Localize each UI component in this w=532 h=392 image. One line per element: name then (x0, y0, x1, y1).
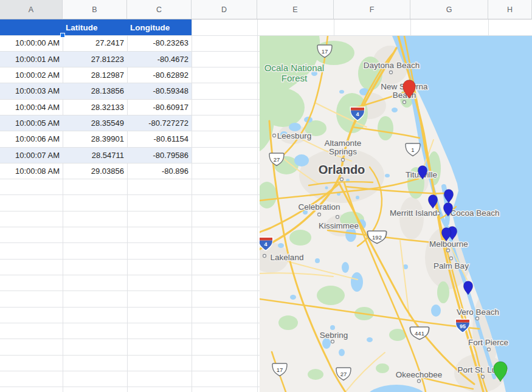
city-dot (336, 216, 339, 219)
city-dot (263, 255, 266, 258)
column-header-A[interactable]: A (0, 0, 63, 19)
table-row: 10:00:06 AM28.39901-80.61154 (0, 131, 260, 147)
column-header-D[interactable]: D (192, 0, 257, 19)
map-label: Palm Bay (434, 261, 469, 270)
map-chart[interactable]: 1742711924954411727Ocala NationalForestD… (260, 36, 532, 392)
city-dot (418, 380, 421, 383)
spreadsheet-app: ABCDEFGH 10:00:00 AM27.2417-80.2326310:0… (0, 0, 532, 392)
svg-text:4: 4 (356, 111, 359, 117)
cell-longitude[interactable]: -80.60917 (127, 100, 192, 115)
cell-time[interactable]: 10:00:06 AM (0, 131, 63, 146)
column-header-G[interactable]: G (410, 0, 488, 19)
lake (351, 272, 363, 292)
svg-text:27: 27 (274, 156, 280, 163)
cell-latitude[interactable]: 28.32133 (63, 100, 127, 115)
map-label: Daytona Beach (364, 61, 420, 70)
svg-text:95: 95 (460, 323, 466, 329)
cell-longitude[interactable]: -80.62892 (127, 67, 192, 83)
table-row: 10:00:04 AM28.32133-80.60917 (0, 100, 260, 115)
cell-time[interactable]: 10:00:01 AM (0, 52, 63, 67)
cell-longitude[interactable]: -80.23263 (127, 35, 192, 50)
city-dot (390, 71, 393, 74)
table-row: 10:00:03 AM28.13856-80.59348 (0, 83, 260, 99)
table-row: 10:00:01 AM27.81223-80.4672 (0, 52, 260, 67)
selection-fill-handle[interactable] (60, 33, 65, 38)
urban-area (399, 197, 424, 239)
map-label: Leesburg (277, 131, 311, 140)
park-area (376, 363, 389, 373)
lake (290, 295, 296, 300)
lake (367, 337, 373, 342)
lake (339, 349, 345, 356)
cell-longitude[interactable]: -80.727272 (127, 115, 192, 131)
city-dot (482, 376, 485, 379)
city-dot (447, 249, 450, 252)
city-dot (403, 101, 406, 104)
map-label: Okeechobee (396, 370, 443, 379)
cell-B1-latitude-header[interactable]: Latitude (63, 19, 127, 35)
cell-latitude[interactable]: 27.2417 (63, 35, 127, 50)
map-label: Melbourne (429, 239, 468, 249)
column-header-B[interactable]: B (63, 0, 127, 19)
column-header-C[interactable]: C (127, 0, 192, 19)
map-label: AltamonteSprings (325, 139, 362, 156)
cell-latitude[interactable]: 28.35549 (63, 115, 127, 131)
column-header-F[interactable]: F (334, 0, 410, 19)
cell-time[interactable]: 10:00:04 AM (0, 100, 63, 115)
cell-latitude[interactable]: 28.13856 (63, 83, 127, 98)
lake (385, 174, 390, 177)
cell-longitude[interactable]: -80.61154 (127, 131, 192, 146)
cell-latitude[interactable]: 29.03856 (63, 163, 127, 179)
map-label: Cocoa Beach (450, 208, 499, 218)
city-dot (340, 178, 344, 181)
gridline (488, 19, 489, 36)
park-area (289, 230, 311, 246)
svg-text:192: 192 (372, 234, 382, 241)
cell-time[interactable]: 10:00:00 AM (0, 35, 63, 50)
map-label: Merritt Island (390, 208, 437, 218)
svg-text:17: 17 (322, 48, 328, 55)
cell-time[interactable]: 10:00:05 AM (0, 115, 63, 131)
gridline (410, 19, 411, 36)
table-row: 10:00:08 AM29.03856-80.896 (0, 163, 260, 179)
cell-longitude[interactable]: -80.4672 (127, 52, 192, 67)
lake (342, 262, 349, 273)
svg-text:17: 17 (277, 366, 283, 373)
city-dot (318, 213, 321, 216)
map-label: Sebring (320, 331, 348, 340)
table-row: 10:00:07 AM28.54711-80.79586 (0, 148, 260, 163)
lake (339, 90, 344, 94)
cell-A1[interactable] (0, 19, 63, 35)
table-row: 10:00:00 AM27.2417-80.23263 (0, 35, 260, 51)
cell-time[interactable]: 10:00:03 AM (0, 83, 63, 98)
cell-longitude[interactable]: -80.59348 (127, 83, 192, 98)
lake (356, 196, 359, 199)
map-label: Vero Beach (457, 308, 499, 317)
city-dot (437, 212, 440, 215)
city-dot (331, 340, 334, 343)
park-area (437, 281, 449, 303)
cell-latitude[interactable]: 28.54711 (63, 148, 127, 163)
map-label: Lakeland (271, 253, 304, 262)
cell-latitude[interactable]: 28.12987 (63, 67, 127, 83)
svg-text:441: 441 (415, 330, 424, 337)
column-header-E[interactable]: E (257, 0, 334, 19)
map-label: Orlando (319, 163, 365, 176)
cell-C1-longitude-header[interactable]: Longitude (127, 19, 192, 35)
cell-time[interactable]: 10:00:07 AM (0, 148, 63, 163)
city-dot (488, 348, 491, 351)
cell-longitude[interactable]: -80.79586 (127, 148, 192, 163)
park-area (261, 88, 305, 127)
lake (325, 187, 328, 190)
cell-time[interactable]: 10:00:02 AM (0, 67, 63, 83)
map-label: Fort Pierce (468, 338, 508, 347)
svg-text:1: 1 (411, 146, 414, 153)
column-header-H[interactable]: H (488, 0, 532, 19)
cell-time[interactable]: 10:00:08 AM (0, 163, 63, 179)
table-row: 10:00:02 AM28.12987-80.62892 (0, 67, 260, 83)
cell-latitude[interactable]: 28.39901 (63, 131, 127, 146)
lake (278, 243, 284, 248)
cell-longitude[interactable]: -80.896 (127, 163, 192, 179)
gridline (334, 19, 334, 36)
cell-latitude[interactable]: 27.81223 (63, 52, 127, 67)
